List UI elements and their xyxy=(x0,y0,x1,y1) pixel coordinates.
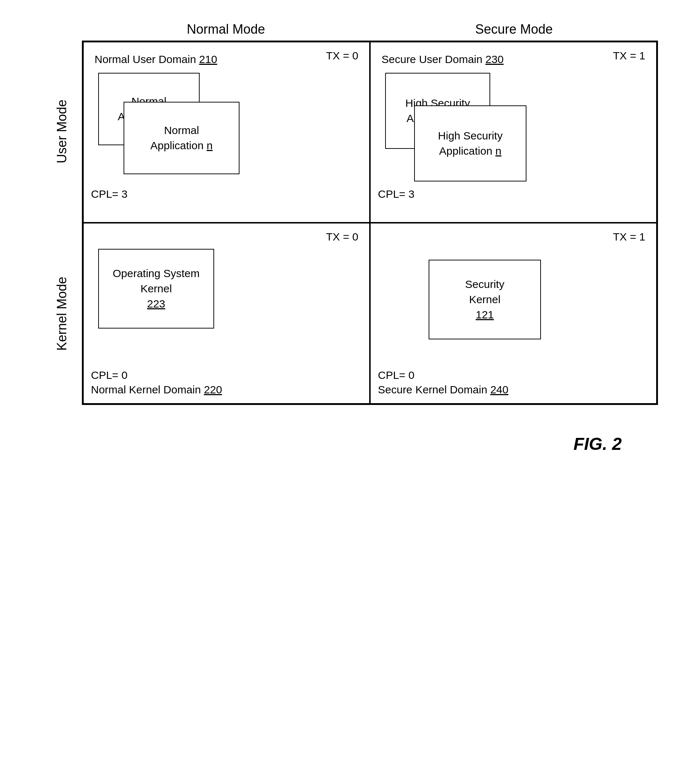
high-security-application-n-box: High SecurityApplication n xyxy=(414,105,527,181)
main-grid: Normal User Domain 210 TX = 0 NormalAppl… xyxy=(82,41,658,405)
col-header-normal-mode: Normal Mode xyxy=(82,22,370,37)
secure-user-cpl: CPL= 3 xyxy=(378,188,414,200)
secure-kernel-inner-boxes: Security Kernel 121 xyxy=(381,238,645,376)
cell-secure-kernel-domain: TX = 1 Security Kernel 121 CPL= 0 Secure… xyxy=(370,223,657,404)
normal-application-n-box: NormalApplication n xyxy=(123,102,239,174)
normal-user-cpl: CPL= 3 xyxy=(91,188,128,200)
secure-kernel-domain-label: Secure Kernel Domain 240 xyxy=(378,384,508,396)
normal-user-tx: TX = 0 xyxy=(326,50,358,62)
security-kernel-box: Security Kernel 121 xyxy=(429,260,541,339)
normal-user-inner-boxes: NormalApplication 1 NormalApplication n xyxy=(95,69,358,207)
secure-user-domain-label: Secure User Domain 230 xyxy=(381,53,645,65)
row-label-user-mode: User Mode xyxy=(42,41,82,223)
fig-caption: FIG. 2 xyxy=(42,434,658,454)
column-headers: Normal Mode Secure Mode xyxy=(82,22,658,37)
normal-kernel-cpl: CPL= 0 xyxy=(91,369,128,381)
cell-secure-user-domain: Secure User Domain 230 TX = 1 High Secur… xyxy=(370,42,657,223)
secure-user-tx: TX = 1 xyxy=(613,50,645,62)
cell-normal-user-domain: Normal User Domain 210 TX = 0 NormalAppl… xyxy=(83,42,370,223)
col-header-secure-mode: Secure Mode xyxy=(370,22,658,37)
secure-user-inner-boxes: High SecurityApplication 1 High Security… xyxy=(381,69,645,207)
normal-kernel-domain-label: Normal Kernel Domain 220 xyxy=(91,384,222,396)
normal-kernel-inner-boxes: Operating System Kernel 223 xyxy=(95,238,358,376)
cell-normal-kernel-domain: TX = 0 Operating System Kernel 223 CPL= … xyxy=(83,223,370,404)
grid-with-labels: User Mode Kernel Mode Normal User Domain… xyxy=(42,41,658,405)
secure-kernel-cpl: CPL= 0 xyxy=(378,369,414,381)
os-kernel-box: Operating System Kernel 223 xyxy=(98,249,214,329)
diagram-container: Normal Mode Secure Mode User Mode Kernel… xyxy=(42,22,658,454)
row-labels: User Mode Kernel Mode xyxy=(42,41,82,405)
row-label-kernel-mode: Kernel Mode xyxy=(42,223,82,405)
normal-user-domain-label: Normal User Domain 210 xyxy=(95,53,358,65)
